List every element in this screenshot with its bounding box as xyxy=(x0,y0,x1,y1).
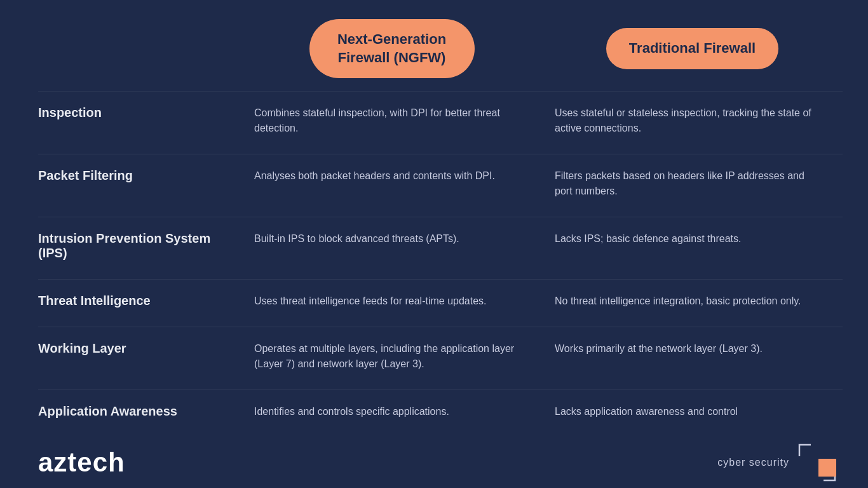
feature-label-inspection: Inspection xyxy=(38,91,241,154)
main-container: Next-GenerationFirewall (NGFW) Tradition… xyxy=(0,0,868,488)
feature-label-threat: Threat Intelligence xyxy=(38,279,241,327)
tfw-desc-packet: Filters packets based on headers like IP… xyxy=(542,154,843,217)
feature-label-packet: Packet Filtering xyxy=(38,154,241,217)
ngfw-desc-app: Identifies and controls specific applica… xyxy=(241,390,542,437)
header-tfw: Traditional Firewall xyxy=(542,19,843,91)
logo: aztech xyxy=(38,447,125,478)
ngfw-badge: Next-GenerationFirewall (NGFW) xyxy=(309,19,475,78)
header-ngfw: Next-GenerationFirewall (NGFW) xyxy=(241,19,542,91)
ngfw-desc-working: Operates at multiple layers, including t… xyxy=(241,327,542,390)
tfw-desc-app: Lacks application awareness and control xyxy=(542,390,843,437)
tfw-badge: Traditional Firewall xyxy=(606,28,778,69)
content-area: Inspection Combines stateful inspection,… xyxy=(38,91,843,437)
feature-label-app: Application Awareness xyxy=(38,390,241,437)
ngfw-desc-ips: Built-in IPS to block advanced threats (… xyxy=(241,217,542,278)
tfw-desc-ips: Lacks IPS; basic defence against threats… xyxy=(542,217,843,278)
ngfw-desc-packet: Analyses both packet headers and content… xyxy=(241,154,542,217)
footer-right: cyber security xyxy=(717,444,836,482)
cyber-security-label: cyber security xyxy=(717,457,789,468)
tfw-desc-working: Works primarily at the network layer (La… xyxy=(542,327,843,390)
ngfw-desc-threat: Uses threat intelligence feeds for real-… xyxy=(241,279,542,327)
corner-bracket-decoration xyxy=(798,444,836,482)
header-empty-col xyxy=(38,19,241,91)
orange-square-icon xyxy=(818,459,836,477)
feature-label-working: Working Layer xyxy=(38,327,241,390)
ngfw-desc-inspection: Combines stateful inspection, with DPI f… xyxy=(241,91,542,154)
tfw-desc-threat: No threat intelligence integration, basi… xyxy=(542,279,843,327)
tfw-desc-inspection: Uses stateful or stateless inspection, t… xyxy=(542,91,843,154)
footer: aztech cyber security xyxy=(0,437,868,488)
feature-label-ips: Intrusion Prevention System (IPS) xyxy=(38,217,241,278)
